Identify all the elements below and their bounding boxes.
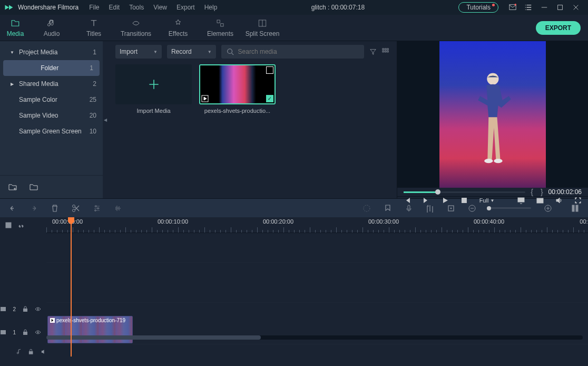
video-preview[interactable] [397,41,588,188]
maximize-icon[interactable] [556,4,564,11]
meter-icon[interactable] [571,204,580,213]
media-area: Import▼ Record▼ Import Media [108,41,397,198]
ribbon: Media Audio Titles Transitions Effects E… [0,15,588,41]
tab-effects[interactable]: Effects [157,18,199,37]
search-input[interactable] [238,48,359,55]
timeline-scrollbar[interactable] [46,335,583,340]
menu-view[interactable]: View [153,4,167,11]
menu-export[interactable]: Export [177,4,195,11]
tree-sample-green[interactable]: Sample Green Screen 10 [0,123,103,139]
mute-icon[interactable] [41,349,46,355]
media-clip-tile[interactable]: ✓ pexels-shvets-productio... [199,64,276,114]
display-icon[interactable] [517,197,525,204]
check-icon: ✓ [266,95,273,102]
adjust-icon[interactable] [93,204,101,213]
tab-audio[interactable]: Audio [31,18,73,37]
eye-icon[interactable] [35,306,41,312]
redo-icon[interactable] [30,204,38,213]
svg-point-14 [487,73,498,85]
playhead[interactable] [71,217,72,357]
minimize-icon[interactable] [541,4,548,11]
music-icon [16,349,22,355]
eye-icon[interactable] [35,329,41,335]
svg-rect-3 [217,20,220,23]
mic-icon[interactable] [405,204,413,213]
svg-rect-10 [383,51,384,52]
mark-in-out[interactable]: {} [531,188,543,196]
grid-view-icon[interactable] [382,48,389,55]
crop-icon[interactable] [447,204,455,213]
search-box [221,45,364,59]
step-back-icon[interactable] [404,197,411,204]
timeline-tracks[interactable]: 00:00:00:00 00:00:10:00 00:00:20:00 00:0… [46,217,588,357]
audio-wave-icon[interactable] [114,204,122,213]
svg-point-21 [73,205,75,207]
record-dropdown[interactable]: Record▼ [167,45,216,59]
audio-track-header[interactable] [0,347,46,357]
expand-handle[interactable]: ◀ [103,41,108,198]
svg-point-29 [450,208,452,209]
zoom-out-icon[interactable] [468,204,476,213]
split-icon[interactable] [72,204,80,213]
undo-icon[interactable] [8,204,17,213]
import-dropdown[interactable]: Import▼ [115,45,162,59]
stop-icon[interactable] [460,197,468,204]
svg-rect-17 [462,198,467,203]
quality-dropdown[interactable]: Full ▼ [479,197,495,204]
svg-rect-36 [1,307,6,311]
new-folder-icon[interactable] [8,183,17,191]
tab-elements[interactable]: Elements [199,18,241,37]
tab-transitions[interactable]: Transitions [115,18,157,37]
volume-icon[interactable] [555,197,563,204]
svg-rect-7 [383,49,384,50]
app-logo-icon [4,3,14,12]
tutorials-button[interactable]: Tutorials [458,2,498,13]
menu-tools[interactable]: Tools [129,4,144,11]
tree-sample-video[interactable]: Sample Video 20 [0,108,103,123]
tree-project-media[interactable]: ▼ Project Media 1 [0,44,103,60]
preview-controls: Full ▼ [397,196,588,204]
track-1-header[interactable]: 1 [0,317,46,347]
fullscreen-icon[interactable] [574,197,582,204]
menu-edit[interactable]: Edit [109,4,120,11]
render-icon[interactable] [362,204,371,213]
import-media-tile[interactable]: Import Media [115,64,192,114]
marker-icon[interactable] [384,204,392,213]
play-icon[interactable] [442,197,449,204]
track-type-icon [0,306,6,312]
snapshot-icon[interactable] [536,197,544,204]
lock-icon[interactable] [22,306,28,312]
step-forward-icon[interactable] [423,197,430,204]
filter-icon[interactable] [369,48,377,55]
delete-icon[interactable] [51,204,59,213]
timeline-opts-icon[interactable] [5,222,12,228]
track-headers: 2 1 [0,217,46,357]
menu-file[interactable]: File [89,4,99,11]
timeline-ruler[interactable]: 00:00:00:00 00:00:10:00 00:00:20:00 00:0… [46,217,588,233]
tree-sample-color[interactable]: Sample Color 25 [0,92,103,108]
track-type-icon [0,329,6,335]
menu-help[interactable]: Help [204,4,218,11]
svg-rect-42 [29,351,33,354]
lock-icon[interactable] [28,349,34,355]
tab-media[interactable]: Media [0,18,31,37]
export-button[interactable]: EXPORT [536,21,581,35]
messages-icon[interactable] [509,4,516,11]
list-icon[interactable] [525,4,532,11]
link-icon[interactable] [18,222,24,228]
lock-icon[interactable] [22,329,28,335]
svg-rect-39 [1,330,6,334]
scrubber[interactable] [404,191,525,193]
zoom-in-icon[interactable] [544,204,552,213]
tree-folder[interactable]: Folder 1 [3,60,100,76]
track-2-header[interactable]: 2 [0,301,46,317]
zoom-slider[interactable] [489,207,531,209]
folder-icon[interactable] [30,183,38,191]
project-title: glitch : 00:00:07:18 [217,4,458,11]
tree-shared-media[interactable]: ▶ Shared Media 2 [0,76,103,92]
close-icon[interactable] [572,4,580,11]
clip-name: pexels-shvets-productio... [199,108,276,114]
mixer-icon[interactable] [426,204,434,213]
tab-titles[interactable]: Titles [73,18,115,37]
tab-split-screen[interactable]: Split Screen [241,18,283,37]
